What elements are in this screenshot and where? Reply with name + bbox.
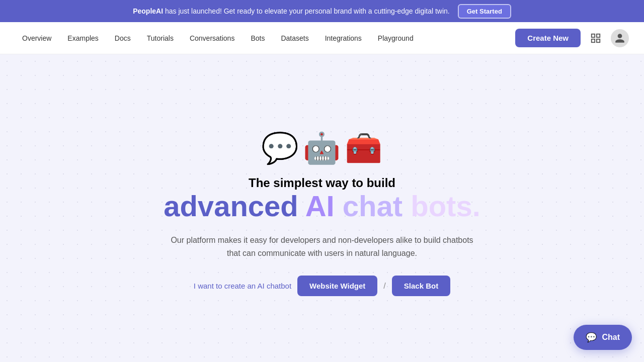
nav-item-docs[interactable]: Docs — [108, 30, 138, 46]
get-started-button[interactable]: Get Started — [458, 4, 511, 19]
create-new-button[interactable]: Create New — [515, 29, 581, 47]
nav-links: Overview Examples Docs Tutorials Convers… — [15, 30, 515, 46]
chat-widget-label: Chat — [602, 333, 620, 342]
svg-rect-0 — [592, 34, 595, 37]
nav-item-conversations[interactable]: Conversations — [183, 30, 242, 46]
announcement-message: has just launched! Get ready to elevate … — [163, 7, 450, 15]
nav-item-tutorials[interactable]: Tutorials — [140, 30, 181, 46]
hero-word-chat: chat — [343, 190, 403, 222]
chat-widget-icon: 💬 — [586, 332, 597, 343]
nav-item-datasets[interactable]: Datasets — [274, 30, 315, 46]
nav-item-playground[interactable]: Playground — [371, 30, 421, 46]
cta-divider: / — [383, 282, 385, 291]
chat-widget[interactable]: 💬 Chat — [574, 325, 632, 350]
svg-rect-3 — [597, 39, 600, 42]
slack-bot-button[interactable]: Slack Bot — [392, 276, 450, 296]
nav-item-bots[interactable]: Bots — [244, 30, 272, 46]
hero-word-bots: bots. — [411, 190, 480, 222]
emoji-robot: 🤖 — [303, 130, 341, 166]
navbar: Overview Examples Docs Tutorials Convers… — [0, 22, 644, 54]
nav-item-overview[interactable]: Overview — [15, 30, 58, 46]
nav-item-examples[interactable]: Examples — [60, 30, 105, 46]
brand-name: PeopleAI — [133, 7, 163, 15]
hero-content: 💬 🤖 🧰 The simplest way to build advanced… — [164, 130, 480, 297]
announcement-banner: PeopleAI has just launched! Get ready to… — [0, 0, 644, 22]
user-avatar[interactable] — [611, 29, 629, 47]
hero-description: Our platform makes it easy for developer… — [164, 234, 480, 259]
hero-word-ai: AI — [305, 190, 335, 222]
hero-title-line2: advanced AI chat bots. — [164, 190, 480, 222]
layout-icon[interactable] — [587, 29, 605, 47]
svg-rect-1 — [597, 34, 600, 37]
hero-cta: I want to create an AI chatbot Website W… — [164, 276, 480, 296]
nav-item-integrations[interactable]: Integrations — [318, 30, 369, 46]
hero-word-advanced: advanced — [164, 190, 298, 222]
hero-section: 💬 🤖 🧰 The simplest way to build advanced… — [0, 54, 644, 362]
website-widget-button[interactable]: Website Widget — [297, 276, 377, 296]
hero-emojis: 💬 🤖 🧰 — [164, 130, 480, 166]
hero-title-line1: The simplest way to build — [164, 176, 480, 190]
svg-rect-2 — [592, 39, 595, 42]
cta-text: I want to create an AI chatbot — [194, 282, 291, 290]
nav-actions: Create New — [515, 29, 629, 47]
announcement-text: PeopleAI has just launched! Get ready to… — [133, 7, 450, 15]
emoji-chat: 💬 — [261, 130, 299, 166]
emoji-toolbox: 🧰 — [345, 130, 382, 166]
